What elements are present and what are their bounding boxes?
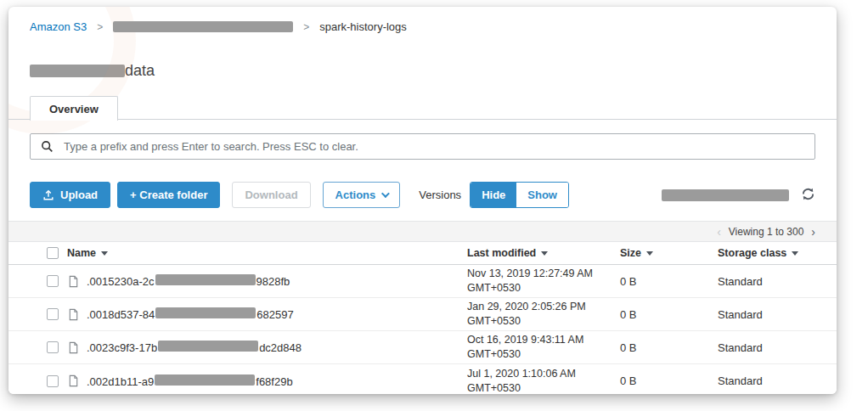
object-name[interactable]: .0015230a-2c9828fb	[87, 274, 290, 288]
size-column-label: Size	[620, 247, 641, 259]
row-checkbox[interactable]	[47, 341, 59, 353]
last-modified-line1: Jan 29, 2020 2:05:26 PM	[467, 300, 620, 314]
table-row: .002d1b11-a9f68f29b Jul 1, 2020 1:10:06 …	[8, 364, 837, 394]
file-icon	[67, 341, 80, 354]
tab-overview-label: Overview	[49, 103, 99, 115]
download-button[interactable]: Download	[232, 182, 310, 208]
pagination-next-icon[interactable]: ›	[811, 225, 815, 239]
pagination-label: Viewing 1 to 300	[729, 226, 804, 238]
refresh-button[interactable]	[801, 187, 815, 204]
row-select-cell	[8, 275, 67, 287]
prefix-search-input[interactable]	[64, 140, 804, 153]
storage-class-cell: Standard	[718, 308, 837, 321]
last-modified-line2: GMT+0530	[467, 314, 620, 329]
size-cell: 0 B	[620, 341, 718, 354]
create-folder-button[interactable]: + Create folder	[117, 182, 220, 208]
caret-down-icon	[101, 251, 108, 256]
last-modified-line1: Oct 16, 2019 9:43:11 AM	[467, 333, 620, 347]
search-box[interactable]	[30, 133, 815, 160]
size-header-cell: Size	[620, 247, 718, 259]
last-modified-line2: GMT+0530	[467, 281, 620, 296]
last-modified-cell: Nov 13, 2019 12:27:49 AM GMT+0530	[467, 267, 620, 296]
upload-icon	[42, 189, 54, 201]
search-section	[8, 120, 837, 160]
select-all-cell	[8, 247, 67, 259]
pagination-prev-icon[interactable]: ‹	[717, 225, 721, 239]
create-folder-button-label: + Create folder	[130, 189, 207, 201]
storage-class-header-cell: Storage class	[718, 247, 837, 259]
breadcrumb: Amazon S3 > > spark-history-logs	[8, 7, 837, 33]
table-row: .0018d537-84682597 Jan 29, 2020 2:05:26 …	[8, 298, 837, 331]
size-cell: 0 B	[620, 275, 718, 288]
object-name-cell: .0015230a-2c9828fb	[67, 274, 467, 288]
versions-hide-button[interactable]: Hide	[471, 183, 516, 207]
versions-show-button[interactable]: Show	[516, 183, 568, 207]
storage-class-sort-button[interactable]: Storage class	[718, 247, 798, 259]
object-name[interactable]: .0018d537-84682597	[87, 307, 294, 321]
breadcrumb-separator: >	[303, 21, 309, 33]
object-name[interactable]: .002d1b11-a9f68f29b	[87, 374, 293, 388]
redacted-name-bar	[155, 274, 256, 285]
object-name-cell: .002d1b11-a9f68f29b	[67, 374, 467, 388]
size-cell: 0 B	[620, 308, 718, 321]
table-header-row: Name Last modified Size Storage class	[8, 242, 837, 265]
row-select-cell	[8, 308, 67, 320]
upload-button[interactable]: Upload	[30, 182, 110, 208]
object-name-cell: .0018d537-84682597	[67, 307, 467, 321]
last-modified-cell: Jan 29, 2020 2:05:26 PM GMT+0530	[467, 300, 620, 329]
row-checkbox[interactable]	[47, 275, 59, 287]
name-sort-button[interactable]: Name	[67, 247, 108, 259]
storage-class-cell: Standard	[718, 341, 837, 354]
storage-class-cell: Standard	[718, 275, 837, 288]
tabs-row: Overview	[8, 95, 837, 120]
caret-down-icon	[792, 251, 798, 256]
row-checkbox[interactable]	[47, 375, 59, 387]
row-select-cell	[8, 375, 67, 387]
last-modified-cell: Oct 16, 2019 9:43:11 AM GMT+0530	[467, 333, 620, 362]
name-column-label: Name	[67, 247, 96, 259]
s3-console-card: Amazon S3 > > spark-history-logs data Ov…	[8, 7, 837, 394]
chevron-down-icon	[381, 189, 390, 198]
upload-button-label: Upload	[60, 189, 98, 201]
toolbar: Upload + Create folder Download Actions …	[8, 160, 837, 208]
search-icon	[41, 140, 54, 153]
object-name-cell: .0023c9f3-17bdc2d848	[67, 341, 467, 354]
object-name[interactable]: .0023c9f3-17bdc2d848	[87, 341, 302, 354]
last-modified-line2: GMT+0530	[467, 347, 620, 362]
storage-class-column-label: Storage class	[718, 247, 786, 259]
table-row: .0015230a-2c9828fb Nov 13, 2019 12:27:49…	[8, 265, 837, 298]
last-modified-cell: Jul 1, 2020 1:10:06 AM GMT+0530	[467, 367, 620, 394]
breadcrumb-amazon-s3-link[interactable]: Amazon S3	[30, 20, 87, 33]
caret-down-icon	[541, 251, 548, 256]
size-sort-button[interactable]: Size	[620, 247, 653, 259]
redacted-name-bar	[158, 341, 258, 352]
last-modified-header-cell: Last modified	[467, 246, 620, 261]
size-cell: 0 B	[620, 374, 718, 387]
actions-button-label: Actions	[335, 189, 376, 201]
last-modified-line1: Nov 13, 2019 12:27:49 AM	[467, 267, 620, 281]
redacted-region-bar	[662, 189, 789, 201]
last-modified-column-label: Last modified	[467, 246, 536, 261]
name-header-cell: Name	[67, 247, 467, 259]
redacted-name-bar	[155, 374, 255, 386]
row-checkbox[interactable]	[47, 308, 59, 320]
actions-dropdown-button[interactable]: Actions	[323, 182, 401, 208]
download-button-label: Download	[245, 189, 297, 201]
storage-class-cell: Standard	[718, 374, 837, 387]
tab-overview[interactable]: Overview	[30, 96, 118, 121]
select-all-checkbox[interactable]	[47, 247, 59, 259]
file-icon	[67, 275, 80, 288]
versions-label: Versions	[419, 189, 461, 201]
row-select-cell	[8, 341, 67, 353]
table-row: .0023c9f3-17bdc2d848 Oct 16, 2019 9:43:1…	[8, 331, 837, 364]
file-icon	[67, 374, 80, 387]
breadcrumb-current-folder[interactable]: spark-history-logs	[319, 20, 407, 33]
versions-toggle: Hide Show	[470, 182, 569, 208]
last-modified-line1: Jul 1, 2020 1:10:06 AM GMT+0530	[467, 367, 620, 394]
toolbar-right	[662, 187, 815, 204]
refresh-icon	[801, 187, 815, 204]
caret-down-icon	[646, 251, 653, 256]
last-modified-sort-button[interactable]: Last modified	[467, 246, 548, 261]
pagination-bar: ‹ Viewing 1 to 300 ›	[8, 222, 837, 242]
redacted-name-bar	[155, 307, 256, 318]
